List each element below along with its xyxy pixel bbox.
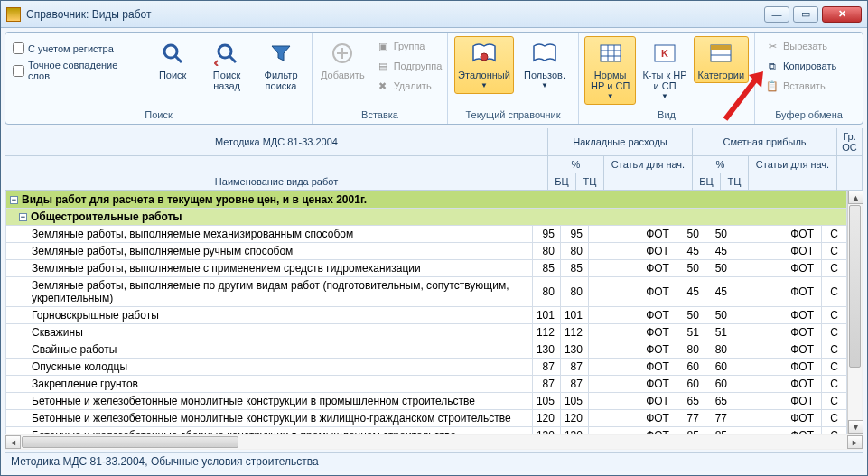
cell-name: Опускные колодцы: [6, 359, 533, 376]
cell-tc1: 105: [560, 393, 588, 410]
cell-art1: ФОТ: [588, 376, 677, 393]
cell-bc2: 50: [677, 260, 705, 277]
cell-tc1: 85: [560, 260, 588, 277]
group-caption-clip: Буфер обмена: [761, 107, 857, 122]
ribbon: С учетом регистра Точное совпадение слов…: [5, 32, 863, 125]
cell-art2: ФОТ: [733, 393, 822, 410]
cell-gros: С: [822, 260, 847, 277]
minimize-button[interactable]: —: [764, 6, 789, 23]
cell-art2: ФОТ: [733, 243, 822, 260]
cell-bc1: 87: [532, 376, 560, 393]
table-row[interactable]: Закрепление грунтов8787ФОТ6060ФОТС: [6, 376, 847, 393]
table-row[interactable]: Скважины112112ФОТ5151ФОТС: [6, 324, 847, 341]
cell-tc1: 80: [560, 243, 588, 260]
subgroup-button[interactable]: ▤Подгруппа: [371, 56, 447, 76]
vertical-scrollbar[interactable]: ▲ ▼: [847, 191, 863, 434]
table-row[interactable]: Свайные работы130130ФОТ8080ФОТС: [6, 341, 847, 359]
table-row[interactable]: Земляные работы, выполняемые механизиров…: [6, 226, 847, 243]
book-user-icon: [530, 39, 559, 68]
table-row[interactable]: Земляные работы, выполняемые ручным спос…: [6, 243, 847, 260]
cell-name: Земляные работы, выполняемые механизиров…: [6, 226, 533, 243]
add-button[interactable]: Добавить: [318, 36, 368, 83]
categories-icon: [706, 39, 735, 68]
table-row[interactable]: Бетонные и железобетонные монолитные кон…: [6, 393, 847, 410]
delete-button[interactable]: ✖Удалить: [371, 76, 447, 96]
group-button[interactable]: ▣Группа: [371, 36, 447, 56]
cell-art1: ФОТ: [588, 393, 677, 410]
cell-art1: ФОТ: [588, 243, 677, 260]
subgroup-icon: ▤: [376, 59, 390, 73]
copy-button[interactable]: ⧉Копировать: [761, 56, 841, 76]
cell-art2: ФОТ: [733, 324, 822, 341]
cell-art2: ФОТ: [733, 226, 822, 243]
scroll-left-button[interactable]: ◄: [5, 435, 21, 449]
cell-bc2: 65: [677, 393, 705, 410]
norms-button[interactable]: Нормы НР и СП▼: [584, 36, 636, 105]
svg-line-3: [229, 56, 236, 62]
cell-tc2: 60: [705, 376, 733, 393]
table-row[interactable]: Земляные работы, выполняемые с применени…: [6, 260, 847, 277]
cell-name: Бетонные и железобетонные монолитные кон…: [6, 410, 533, 427]
scroll-thumb[interactable]: [849, 205, 861, 368]
header-overhead: Накладные расходы: [548, 128, 693, 155]
cell-bc1: 130: [532, 341, 560, 359]
svg-text:K: K: [661, 48, 668, 59]
maximize-button[interactable]: ▭: [793, 6, 818, 23]
paste-button[interactable]: 📋Вставить: [761, 76, 841, 96]
header-gros: Гр. ОС: [837, 128, 863, 155]
cell-bc1: 87: [532, 359, 560, 376]
reference-button[interactable]: Эталонный▼: [454, 36, 514, 94]
cell-bc1: 105: [532, 393, 560, 410]
search-button[interactable]: Поиск: [147, 36, 198, 83]
app-icon: [6, 7, 21, 22]
table-row[interactable]: Опускные колодцы8787ФОТ6060ФОТС: [6, 359, 847, 376]
close-button[interactable]: ✕: [822, 6, 862, 23]
collapse-icon[interactable]: −: [19, 213, 27, 221]
cell-tc1: 130: [560, 341, 588, 359]
table-row[interactable]: Земляные работы, выполняемые по другим в…: [6, 277, 847, 307]
table-row[interactable]: Бетонные и железобетонные сборные констр…: [6, 427, 847, 434]
scroll-right-button[interactable]: ►: [847, 435, 863, 449]
filter-icon: [266, 39, 295, 68]
categories-button[interactable]: Категории: [694, 36, 749, 83]
add-icon: [328, 39, 357, 68]
copy-icon: ⧉: [765, 59, 779, 73]
table-row[interactable]: Горновскрышные работы101101ФОТ5050ФОТС: [6, 307, 847, 324]
scroll-down-button[interactable]: ▼: [848, 420, 863, 434]
group-row-2[interactable]: −Общестроительные работы: [6, 209, 847, 226]
cell-art2: ФОТ: [733, 410, 822, 427]
coef-button[interactable]: K К-ты к НР и СП▼: [639, 36, 689, 105]
cell-gros: С: [822, 410, 847, 427]
svg-rect-16: [711, 45, 731, 50]
chk-register[interactable]: С учетом регистра: [13, 42, 142, 54]
cell-name: Горновскрышные работы: [6, 307, 533, 324]
user-button[interactable]: Пользов.▼: [518, 36, 572, 94]
cell-gros: С: [822, 359, 847, 376]
cell-bc1: 120: [532, 410, 560, 427]
horizontal-scrollbar[interactable]: ◄ ►: [5, 434, 863, 450]
cell-gros: С: [822, 226, 847, 243]
search-filter-button[interactable]: Фильтр поиска: [256, 36, 306, 94]
cell-bc2: 45: [677, 277, 705, 307]
cell-art1: ФОТ: [588, 277, 677, 307]
data-table[interactable]: −Виды работ для расчета в текущем уровне…: [5, 191, 847, 434]
grid: −Виды работ для расчета в текущем уровне…: [5, 191, 863, 434]
svg-point-0: [164, 45, 177, 58]
header-row-2: % Статьи для нач. % Статьи для нач.: [5, 156, 863, 173]
collapse-icon[interactable]: −: [10, 196, 18, 204]
chk-exact[interactable]: Точное совпадение слов: [13, 60, 142, 81]
coef-icon: K: [650, 39, 679, 68]
scroll-up-button[interactable]: ▲: [848, 191, 863, 204]
titlebar: Справочник: Виды работ — ▭ ✕: [1, 1, 867, 28]
cell-art1: ФОТ: [588, 226, 677, 243]
cell-tc2: 85: [705, 427, 733, 434]
cut-button[interactable]: ✂Вырезать: [761, 36, 841, 56]
cell-art2: ФОТ: [733, 376, 822, 393]
cell-gros: С: [822, 243, 847, 260]
search-back-button[interactable]: Поиск назад: [201, 36, 252, 94]
scroll-thumb-h[interactable]: [22, 436, 238, 448]
cell-gros: С: [822, 277, 847, 307]
table-row[interactable]: Бетонные и железобетонные монолитные кон…: [6, 410, 847, 427]
cell-tc1: 80: [560, 277, 588, 307]
group-row-1[interactable]: −Виды работ для расчета в текущем уровне…: [6, 191, 847, 209]
